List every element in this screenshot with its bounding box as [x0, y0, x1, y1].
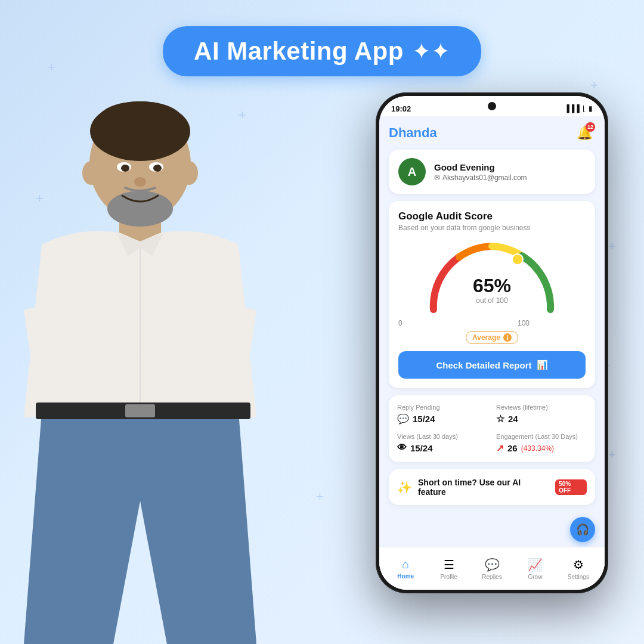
signal-icon: ▐▐▐: [564, 104, 580, 113]
stat-engagement-value-row: ↗ 26 (433.34%): [496, 442, 587, 454]
grow-icon: 📈: [528, 558, 543, 572]
stat-views: Views (Last 30 days) 👁 15/24: [397, 433, 488, 454]
check-detailed-report-button[interactable]: Check Detailed Report 📊: [398, 351, 586, 379]
stat-reply-value: 15/24: [413, 414, 435, 424]
app-header: Dhanda 🔔 12: [389, 116, 595, 150]
app-content: Dhanda 🔔 12 A Good Evening ✉ Akshayvats0…: [379, 116, 605, 590]
svg-point-7: [82, 161, 100, 185]
bottom-nav: ⌂ Home ☰ Profile 💬 Replies 📈 Grow: [379, 547, 605, 590]
ai-section-text: Short on time? Use our AI feature: [418, 478, 544, 497]
nav-grow[interactable]: 📈 Grow: [513, 558, 556, 580]
stats-grid: Reply Pending 💬 15/24 Reviews (lifetime)…: [389, 395, 595, 462]
nav-profile-label: Profile: [440, 574, 457, 580]
audit-title: Google Audit Score: [398, 210, 586, 222]
svg-point-13: [134, 177, 146, 187]
notification-bell-button[interactable]: 🔔 12: [574, 122, 595, 144]
user-card: A Good Evening ✉ Akshayvats01@gmail.com: [389, 150, 595, 194]
nav-home[interactable]: ⌂ Home: [384, 558, 427, 580]
person-photo-area: [0, 72, 328, 644]
gauge-percent-text: 65%: [473, 276, 511, 295]
greeting-text: Good Evening: [434, 162, 527, 172]
email-icon: ✉: [434, 174, 440, 182]
audit-subtitle: Based on your data from google business: [398, 224, 586, 232]
stat-reviews-value-row: ☆ 24: [496, 413, 587, 425]
stat-engagement-label: Engagement (Last 30 Days): [496, 433, 587, 440]
reply-icon: 💬: [397, 413, 409, 425]
stat-reviews: Reviews (lifetime) ☆ 24: [496, 404, 587, 425]
user-info: Good Evening ✉ Akshayvats01@gmail.com: [434, 162, 527, 182]
stat-reply-label: Reply Pending: [397, 404, 488, 411]
status-icons: ▐▐▐ ⌊ ▮: [564, 104, 593, 113]
app-title-banner: AI Marketing App ✦✦: [163, 26, 481, 76]
headset-icon: 🎧: [576, 523, 589, 536]
stat-reply-value-row: 💬 15/24: [397, 413, 488, 425]
settings-icon: ⚙: [573, 558, 584, 572]
gauge-needle-indicator: [512, 254, 523, 265]
nav-home-label: Home: [397, 573, 414, 580]
stat-engagement-value: 26: [507, 443, 518, 453]
support-fab-button[interactable]: 🎧: [570, 517, 595, 542]
phone-inner: 19:02 ▐▐▐ ⌊ ▮ Dhanda 🔔 12: [379, 96, 605, 590]
stat-views-value-row: 👁 15/24: [397, 442, 488, 453]
gauge-center: 65% out of 100: [473, 276, 511, 305]
info-icon: i: [503, 333, 512, 342]
status-time: 19:02: [391, 104, 411, 113]
gauge-min-label: 0: [398, 319, 402, 327]
replies-icon: 💬: [485, 558, 500, 572]
eye-icon: 👁: [397, 442, 407, 453]
nav-profile[interactable]: ☰ Profile: [427, 558, 470, 580]
phone-mockup: 19:02 ▐▐▐ ⌊ ▮ Dhanda 🔔 12: [376, 92, 608, 593]
battery-icon: ▮: [589, 104, 593, 113]
trend-icon: ↗: [496, 442, 504, 454]
star-icon: ☆: [496, 413, 504, 425]
stat-views-label: Views (Last 30 days): [397, 433, 488, 440]
svg-point-11: [121, 165, 129, 172]
stat-reviews-value: 24: [508, 414, 518, 424]
email-row: ✉ Akshayvats01@gmail.com: [434, 174, 527, 182]
audit-score-card: Google Audit Score Based on your data fr…: [389, 201, 595, 388]
discount-badge: 50% OFF: [555, 479, 587, 495]
ai-stars-icon: ✨: [397, 480, 412, 494]
ai-feature-section[interactable]: ✨ Short on time? Use our AI feature 50% …: [389, 469, 595, 505]
nav-settings-label: Settings: [568, 574, 589, 580]
phone-outer: 19:02 ▐▐▐ ⌊ ▮ Dhanda 🔔 12: [376, 92, 608, 593]
gauge-outof-text: out of 100: [473, 296, 511, 305]
svg-point-8: [180, 161, 198, 185]
average-badge: Average i: [466, 331, 518, 344]
svg-rect-4: [125, 404, 155, 417]
svg-point-2: [107, 191, 173, 227]
notification-badge: 12: [586, 122, 595, 132]
home-icon: ⌂: [402, 558, 409, 571]
svg-point-12: [153, 165, 162, 172]
wifi-icon: ⌊: [583, 104, 586, 113]
gauge-labels: 0 100: [398, 319, 530, 327]
gauge-max-label: 100: [518, 319, 530, 327]
stat-views-value: 15/24: [410, 443, 433, 453]
nav-settings[interactable]: ⚙ Settings: [557, 558, 600, 580]
user-email: Akshayvats01@gmail.com: [442, 174, 527, 182]
app-logo: Dhanda: [389, 125, 437, 141]
nav-replies-label: Replies: [482, 574, 501, 580]
svg-point-6: [98, 101, 182, 137]
stat-engagement: Engagement (Last 30 Days) ↗ 26 (433.34%): [496, 433, 587, 454]
gauge-container: 65% out of 100: [420, 239, 564, 317]
average-label: Average: [472, 333, 500, 342]
person-silhouette: [0, 72, 328, 644]
app-title-text: AI Marketing App: [194, 37, 404, 66]
stat-engagement-change: (433.34%): [521, 444, 554, 453]
chart-icon: 📊: [537, 360, 548, 370]
profile-icon: ☰: [444, 558, 454, 572]
report-btn-label: Check Detailed Report: [436, 360, 531, 370]
stat-reply-pending: Reply Pending 💬 15/24: [397, 404, 488, 425]
nav-grow-label: Grow: [528, 574, 542, 580]
stat-reviews-label: Reviews (lifetime): [496, 404, 587, 411]
camera-notch: [488, 102, 496, 110]
nav-replies[interactable]: 💬 Replies: [470, 558, 513, 580]
sparkle-icon: ✦✦: [412, 38, 450, 64]
avatar: A: [398, 158, 426, 185]
